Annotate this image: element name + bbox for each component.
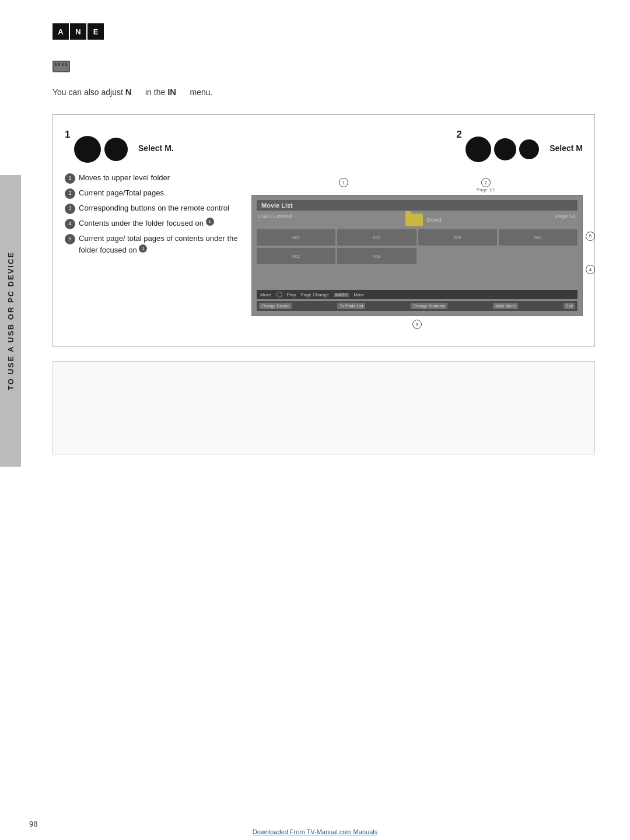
- svg-rect-6: [65, 63, 67, 66]
- step2-number: 2: [456, 129, 461, 141]
- text-middle: in the: [145, 88, 165, 97]
- page-label-callout: Page 1/1: [477, 187, 495, 192]
- bullet-2: 2 Current page/Total pages: [65, 187, 240, 199]
- svg-rect-4: [58, 63, 60, 66]
- superscript-1: 1: [206, 218, 214, 226]
- superscript-2: 1: [139, 244, 147, 253]
- empty-slot-2: [499, 248, 578, 264]
- sidebar-text: TO USE A USB OR PC DEVICE: [6, 251, 15, 390]
- step1-label: Select M.: [138, 144, 174, 153]
- instruction-text: You can also adjust N in the IN menu.: [52, 87, 595, 97]
- callout-2: 2: [481, 178, 491, 187]
- folder-tab: [405, 211, 411, 214]
- step2-circles: [466, 136, 539, 162]
- bullet-list: 1 Moves to upper level folder 2 Current …: [65, 172, 240, 329]
- bullet-num-3: 3: [65, 204, 75, 214]
- note-box: [52, 361, 595, 454]
- file-003: 003: [418, 229, 497, 246]
- diagram-box: 1 Select M. 2 Select M: [52, 114, 595, 347]
- folder-shape: [405, 214, 423, 226]
- change-numbers-btn[interactable]: Change Numbers: [411, 303, 447, 309]
- page-label: Page 1/1: [555, 214, 576, 226]
- file-004: 004: [499, 229, 578, 246]
- bullet-3: 3 Corresponding buttons on the remote co…: [65, 202, 240, 214]
- ui-title-bar: Movie List: [257, 200, 578, 211]
- bullet-text-4: Contents under the folder focused on 1: [79, 218, 214, 229]
- bold-in: IN: [167, 87, 176, 97]
- step2-label: Select M: [550, 144, 583, 153]
- text-before: You can also adjust: [52, 88, 123, 97]
- move-label: Move: [260, 292, 272, 298]
- mark-label: Mark: [354, 292, 364, 298]
- file-grid-row2: 002 003: [257, 248, 578, 264]
- callout-row: 1 2 Page 1/1: [251, 178, 583, 192]
- usb-label: USB1 External: [258, 214, 292, 226]
- callout-3: 3: [412, 320, 422, 329]
- step-2: 2 Select M: [456, 129, 583, 163]
- callout-4: 4: [586, 265, 595, 274]
- movie-list-ui: Movie List USB1 External Driv: [251, 195, 583, 316]
- folder-film-icon: [52, 57, 71, 74]
- to-photo-list-btn[interactable]: To Photo List: [337, 303, 365, 309]
- callout-1: 1: [339, 178, 348, 187]
- bottom-buttons: Change Device To Photo List Change Numbe…: [257, 301, 578, 311]
- bold-n: N: [125, 87, 132, 97]
- logo-block-3: E: [88, 23, 104, 40]
- bullet-num-5: 5: [65, 234, 75, 244]
- text-after: menu.: [190, 88, 212, 97]
- empty-area: [257, 267, 578, 290]
- drive-area: Drive1: [405, 214, 442, 226]
- sidebar: TO USE A USB OR PC DEVICE: [0, 175, 21, 467]
- bullet-text-5: Current page/ total pages of contents un…: [79, 233, 240, 256]
- circle-1a: [74, 136, 101, 163]
- bullet-num-4: 4: [65, 219, 75, 229]
- drive-label: Drive1: [426, 217, 442, 223]
- logo-box: A N E: [52, 23, 104, 40]
- bullet-1: 1 Moves to upper level folder: [65, 172, 240, 184]
- bottom-link[interactable]: Downloaded From TV-Manual.com Manuals: [253, 828, 377, 835]
- mark-mode-btn[interactable]: Mark Mode: [493, 303, 518, 309]
- bullet-text-3: Corresponding buttons on the remote cont…: [79, 202, 229, 214]
- bullet-text-1: Moves to upper level folder: [79, 172, 170, 184]
- callout-1-group: 1: [339, 178, 348, 192]
- file-grid-row1: 001 002 003 004: [257, 229, 578, 246]
- bullet-5: 5 Current page/ total pages of contents …: [65, 233, 240, 256]
- circle-2b: [494, 138, 516, 160]
- nav-bar: Move Play Page Change MARK Mark: [257, 290, 578, 299]
- svg-rect-3: [55, 63, 57, 66]
- logo-block-1: A: [52, 23, 69, 40]
- circle-1b: [104, 138, 128, 161]
- step1-circles: [74, 136, 128, 163]
- exit-btn[interactable]: Exit: [564, 303, 575, 309]
- callout-3-group: 3: [251, 320, 583, 329]
- movie-list-title: Movie List: [261, 202, 293, 209]
- page-number: 98: [29, 820, 37, 828]
- step1-number: 1: [65, 129, 70, 141]
- main-content: A N E You can also adjust N in the IN me…: [29, 0, 630, 478]
- logo-area: A N E: [52, 23, 595, 40]
- callout-2-group: 2 Page 1/1: [477, 178, 495, 192]
- ui-sub-bar: USB1 External Drive1 Page 1/1: [257, 214, 578, 226]
- circle-2c: [519, 139, 539, 159]
- file-003b: 003: [337, 248, 416, 264]
- change-device-btn[interactable]: Change Device: [259, 303, 292, 309]
- bullet-num-2: 2: [65, 188, 75, 199]
- file-002b: 002: [257, 248, 335, 264]
- file-001: 001: [257, 229, 335, 246]
- logo-block-2: N: [70, 23, 86, 40]
- bullet-4: 4 Contents under the folder focused on 1: [65, 218, 240, 229]
- page-change-label: Page Change: [300, 292, 329, 298]
- content-area: 1 Moves to upper level folder 2 Current …: [65, 172, 583, 329]
- svg-rect-5: [62, 63, 64, 66]
- bullet-text-2: Current page/Total pages: [79, 187, 164, 199]
- empty-slot-1: [418, 248, 497, 264]
- file-002a: 002: [337, 229, 416, 246]
- step-1: 1 Select M.: [65, 129, 174, 163]
- callout-5: 5: [586, 232, 595, 241]
- ui-mockup-container: 1 2 Page 1/1 Movie List USB1 Exter: [251, 178, 583, 329]
- circle-2a: [466, 136, 491, 162]
- play-label: Play: [287, 292, 296, 298]
- icon-area: [52, 57, 595, 75]
- drive-folder-icon: [405, 214, 423, 226]
- callout-4-group: 4: [586, 265, 595, 274]
